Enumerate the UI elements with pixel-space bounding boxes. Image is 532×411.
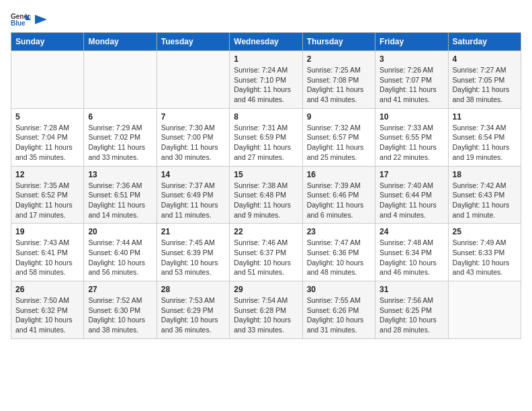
day-info: Sunrise: 7:53 AM Sunset: 6:29 PM Dayligh…: [161, 295, 225, 335]
day-info: Sunrise: 7:46 AM Sunset: 6:37 PM Dayligh…: [234, 238, 298, 277]
calendar-cell: 15Sunrise: 7:38 AM Sunset: 6:48 PM Dayli…: [230, 166, 302, 224]
weekday-header-monday: Monday: [84, 33, 157, 51]
calendar-cell: 5Sunrise: 7:28 AM Sunset: 7:04 PM Daylig…: [11, 108, 84, 166]
calendar-cell: 10Sunrise: 7:33 AM Sunset: 6:55 PM Dayli…: [375, 108, 448, 166]
calendar-cell: 1Sunrise: 7:24 AM Sunset: 7:10 PM Daylig…: [230, 51, 302, 109]
day-info: Sunrise: 7:29 AM Sunset: 7:02 PM Dayligh…: [88, 123, 152, 163]
calendar-cell: 23Sunrise: 7:47 AM Sunset: 6:36 PM Dayli…: [302, 224, 375, 281]
day-number: 5: [15, 112, 79, 122]
day-info: Sunrise: 7:40 AM Sunset: 6:44 PM Dayligh…: [380, 181, 443, 220]
calendar-cell: 21Sunrise: 7:45 AM Sunset: 6:39 PM Dayli…: [157, 224, 229, 281]
calendar-cell: [448, 281, 521, 339]
weekday-header-row: SundayMondayTuesdayWednesdayThursdayFrid…: [11, 33, 521, 51]
calendar-cell: 30Sunrise: 7:55 AM Sunset: 6:26 PM Dayli…: [302, 281, 375, 339]
day-number: 11: [453, 112, 517, 122]
day-number: 21: [161, 227, 225, 236]
calendar-cell: 26Sunrise: 7:50 AM Sunset: 6:32 PM Dayli…: [11, 281, 84, 339]
weekday-header-wednesday: Wednesday: [230, 33, 302, 51]
day-number: 10: [380, 112, 443, 122]
day-number: 7: [161, 112, 225, 122]
day-number: 14: [161, 170, 225, 179]
day-number: 4: [453, 54, 517, 64]
day-number: 26: [15, 285, 79, 294]
header: General Blue: [11, 11, 521, 27]
day-info: Sunrise: 7:47 AM Sunset: 6:36 PM Dayligh…: [307, 238, 371, 277]
calendar-cell: 27Sunrise: 7:52 AM Sunset: 6:30 PM Dayli…: [84, 281, 157, 339]
weekday-header-tuesday: Tuesday: [157, 33, 229, 51]
day-number: 6: [88, 112, 152, 122]
day-info: Sunrise: 7:54 AM Sunset: 6:28 PM Dayligh…: [234, 295, 298, 335]
calendar-header: SundayMondayTuesdayWednesdayThursdayFrid…: [11, 33, 521, 51]
day-number: 25: [453, 227, 517, 236]
day-info: Sunrise: 7:24 AM Sunset: 7:10 PM Dayligh…: [234, 65, 298, 105]
calendar-cell: 11Sunrise: 7:34 AM Sunset: 6:54 PM Dayli…: [448, 108, 521, 166]
day-info: Sunrise: 7:36 AM Sunset: 6:51 PM Dayligh…: [88, 181, 152, 220]
calendar-cell: 9Sunrise: 7:32 AM Sunset: 6:57 PM Daylig…: [302, 108, 375, 166]
calendar-cell: [11, 51, 84, 109]
weekday-header-sunday: Sunday: [11, 33, 84, 51]
day-info: Sunrise: 7:33 AM Sunset: 6:55 PM Dayligh…: [380, 123, 443, 163]
day-number: 16: [307, 170, 371, 179]
day-info: Sunrise: 7:43 AM Sunset: 6:41 PM Dayligh…: [15, 238, 79, 277]
day-number: 9: [307, 112, 371, 122]
calendar-cell: 22Sunrise: 7:46 AM Sunset: 6:37 PM Dayli…: [230, 224, 302, 281]
calendar-cell: 3Sunrise: 7:26 AM Sunset: 7:07 PM Daylig…: [375, 51, 448, 109]
calendar-cell: 4Sunrise: 7:27 AM Sunset: 7:05 PM Daylig…: [448, 51, 521, 109]
day-number: 13: [88, 170, 152, 179]
calendar-table: SundayMondayTuesdayWednesdayThursdayFrid…: [11, 32, 521, 339]
calendar-cell: 8Sunrise: 7:31 AM Sunset: 6:59 PM Daylig…: [230, 108, 302, 166]
day-number: 3: [380, 54, 443, 64]
calendar-cell: 19Sunrise: 7:43 AM Sunset: 6:41 PM Dayli…: [11, 224, 84, 281]
calendar-cell: 6Sunrise: 7:29 AM Sunset: 7:02 PM Daylig…: [84, 108, 157, 166]
logo: General Blue: [11, 11, 47, 27]
calendar-week-row: 19Sunrise: 7:43 AM Sunset: 6:41 PM Dayli…: [11, 224, 521, 281]
calendar-cell: [84, 51, 157, 109]
weekday-header-friday: Friday: [375, 33, 448, 51]
day-info: Sunrise: 7:48 AM Sunset: 6:34 PM Dayligh…: [380, 238, 443, 277]
calendar-week-row: 5Sunrise: 7:28 AM Sunset: 7:04 PM Daylig…: [11, 108, 521, 166]
day-info: Sunrise: 7:49 AM Sunset: 6:33 PM Dayligh…: [453, 238, 517, 277]
day-number: 20: [88, 227, 152, 236]
day-info: Sunrise: 7:26 AM Sunset: 7:07 PM Dayligh…: [380, 65, 443, 105]
day-info: Sunrise: 7:55 AM Sunset: 6:26 PM Dayligh…: [307, 295, 371, 335]
calendar-week-row: 26Sunrise: 7:50 AM Sunset: 6:32 PM Dayli…: [11, 281, 521, 339]
calendar-cell: 28Sunrise: 7:53 AM Sunset: 6:29 PM Dayli…: [157, 281, 229, 339]
day-info: Sunrise: 7:45 AM Sunset: 6:39 PM Dayligh…: [161, 238, 225, 277]
day-number: 28: [161, 285, 225, 294]
calendar-cell: 18Sunrise: 7:42 AM Sunset: 6:43 PM Dayli…: [448, 166, 521, 224]
day-number: 12: [15, 170, 79, 179]
day-number: 8: [234, 112, 298, 122]
day-number: 22: [234, 227, 298, 236]
calendar-cell: 29Sunrise: 7:54 AM Sunset: 6:28 PM Dayli…: [230, 281, 302, 339]
calendar-cell: 24Sunrise: 7:48 AM Sunset: 6:34 PM Dayli…: [375, 224, 448, 281]
calendar-cell: 12Sunrise: 7:35 AM Sunset: 6:52 PM Dayli…: [11, 166, 84, 224]
day-number: 15: [234, 170, 298, 179]
day-info: Sunrise: 7:34 AM Sunset: 6:54 PM Dayligh…: [453, 123, 517, 163]
day-info: Sunrise: 7:27 AM Sunset: 7:05 PM Dayligh…: [453, 65, 517, 105]
day-info: Sunrise: 7:44 AM Sunset: 6:40 PM Dayligh…: [88, 238, 152, 277]
day-info: Sunrise: 7:56 AM Sunset: 6:25 PM Dayligh…: [380, 295, 443, 335]
calendar-week-row: 1Sunrise: 7:24 AM Sunset: 7:10 PM Daylig…: [11, 51, 521, 109]
day-info: Sunrise: 7:31 AM Sunset: 6:59 PM Dayligh…: [234, 123, 298, 163]
day-number: 23: [307, 227, 371, 236]
day-info: Sunrise: 7:32 AM Sunset: 6:57 PM Dayligh…: [307, 123, 371, 163]
calendar-cell: 2Sunrise: 7:25 AM Sunset: 7:08 PM Daylig…: [302, 51, 375, 109]
day-info: Sunrise: 7:37 AM Sunset: 6:49 PM Dayligh…: [161, 181, 225, 220]
day-number: 29: [234, 285, 298, 294]
calendar-cell: 31Sunrise: 7:56 AM Sunset: 6:25 PM Dayli…: [375, 281, 448, 339]
calendar-week-row: 12Sunrise: 7:35 AM Sunset: 6:52 PM Dayli…: [11, 166, 521, 224]
calendar-cell: 14Sunrise: 7:37 AM Sunset: 6:49 PM Dayli…: [157, 166, 229, 224]
calendar-cell: 17Sunrise: 7:40 AM Sunset: 6:44 PM Dayli…: [375, 166, 448, 224]
weekday-header-thursday: Thursday: [302, 33, 375, 51]
calendar-cell: 20Sunrise: 7:44 AM Sunset: 6:40 PM Dayli…: [84, 224, 157, 281]
day-info: Sunrise: 7:30 AM Sunset: 7:00 PM Dayligh…: [161, 123, 225, 163]
day-info: Sunrise: 7:38 AM Sunset: 6:48 PM Dayligh…: [234, 181, 298, 220]
svg-marker-3: [35, 15, 47, 24]
day-number: 27: [88, 285, 152, 294]
day-number: 17: [380, 170, 443, 179]
day-number: 19: [15, 227, 79, 236]
svg-text:Blue: Blue: [11, 19, 26, 27]
day-info: Sunrise: 7:52 AM Sunset: 6:30 PM Dayligh…: [88, 295, 152, 335]
calendar-cell: 13Sunrise: 7:36 AM Sunset: 6:51 PM Dayli…: [84, 166, 157, 224]
calendar-cell: 25Sunrise: 7:49 AM Sunset: 6:33 PM Dayli…: [448, 224, 521, 281]
